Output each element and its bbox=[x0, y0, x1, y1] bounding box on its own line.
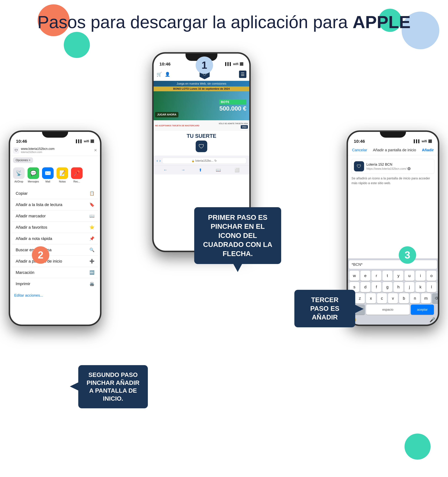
edit-actions-row[interactable]: Editar acciones... bbox=[10, 291, 100, 300]
key-d[interactable]: d bbox=[360, 282, 370, 292]
wifi-icon: wifi bbox=[233, 62, 239, 66]
share-icon[interactable]: ⬆ bbox=[199, 168, 202, 173]
airdrop-icon: 📡 bbox=[13, 167, 25, 179]
key-g[interactable]: g bbox=[382, 282, 392, 292]
phone3-frame: 10:46 ▌▌▌ wifi ⬛ Cancelar Añadir a panta… bbox=[346, 130, 439, 326]
key-i[interactable]: i bbox=[416, 271, 425, 281]
cancel-button[interactable]: Cancelar bbox=[352, 148, 367, 152]
share-app-notes[interactable]: 📝 Notas bbox=[57, 167, 68, 183]
share-app-messages[interactable]: 💬 Mensajes bbox=[28, 167, 39, 183]
key-m[interactable]: m bbox=[421, 293, 431, 304]
key-f[interactable]: f bbox=[371, 282, 381, 292]
back-btn[interactable]: ‹ bbox=[156, 158, 158, 163]
key-q[interactable]: q bbox=[348, 271, 348, 281]
key-k[interactable]: k bbox=[416, 282, 425, 292]
share-app-airdrop[interactable]: 📡 AirDrop bbox=[13, 167, 25, 183]
promo-banner: BONO LOTO Lunes 16 de septiembre de 2024 bbox=[154, 87, 249, 91]
key-accept[interactable]: aceptar bbox=[411, 304, 434, 315]
action-find-on-page[interactable]: Buscar en la página 🔍 bbox=[12, 244, 98, 256]
tu-suerte-label: TU SUERTE bbox=[156, 133, 247, 139]
action-reading-list[interactable]: Añadir a la lista de lectura 🔖 bbox=[12, 199, 98, 210]
phone1-status-icons: ▌▌▌ wifi ⬛ bbox=[225, 62, 244, 66]
phone2-status-icons: ▌▌▌ wifi ⬛ bbox=[76, 139, 94, 143]
website-cards: NO ACEPTAMOS TARJETA DE MASTERCARD SÓLO … bbox=[154, 120, 249, 131]
action-add-to-home[interactable]: Añadir a pantalla de inicio ➕ bbox=[12, 256, 98, 267]
add-home-dialog-title: Añadir a pantalla de inicio bbox=[373, 148, 416, 152]
action-quick-note[interactable]: Añadir a nota rápida 📌 bbox=[12, 233, 98, 244]
key-y[interactable]: y bbox=[394, 271, 403, 281]
phone3-time: 10:46 bbox=[354, 139, 365, 144]
share-apps-row: 📡 AirDrop 💬 Mensajes ✉️ Mail 📝 Notas 📌 bbox=[10, 164, 100, 186]
add-home-icon: ➕ bbox=[90, 259, 95, 263]
action-markup[interactable]: Marcación 🔤 bbox=[12, 267, 98, 278]
reload-icon[interactable]: ↻ bbox=[214, 159, 217, 162]
key-l[interactable]: l bbox=[427, 282, 436, 292]
opciones-button[interactable]: Opciones > bbox=[13, 157, 33, 163]
key-w[interactable]: w bbox=[349, 271, 359, 281]
phone3-status-icons: ▌▌▌ wifi ⬛ bbox=[414, 139, 432, 143]
phone2-notch bbox=[42, 132, 68, 138]
share-url-bar: 🛡 www.loteria152bcn.com loteria152bcn.co… bbox=[10, 145, 100, 156]
key-space[interactable]: espacio bbox=[366, 304, 410, 315]
app-url: https://www.loteria152bcn.com/ bbox=[366, 167, 406, 170]
back-icon[interactable]: ← bbox=[163, 168, 167, 173]
copy-icon: 📋 bbox=[90, 191, 95, 196]
add-button[interactable]: Añadir bbox=[422, 148, 434, 152]
url-domain: www.loteria152bcn.com bbox=[21, 147, 54, 151]
key-n[interactable]: n bbox=[410, 293, 420, 304]
share-app-mail[interactable]: ✉️ Mail bbox=[42, 167, 54, 183]
clear-url-icon[interactable]: ✕ bbox=[407, 167, 411, 170]
key-delete[interactable]: ⌫ bbox=[432, 293, 438, 304]
page-header: Pasos para descargar la aplicación para … bbox=[0, 0, 448, 32]
share-app-rec[interactable]: 📌 Rec... bbox=[71, 167, 83, 183]
add-home-header: Cancelar Añadir a pantalla de inicio Aña… bbox=[348, 145, 438, 155]
app-icon: 🛡 bbox=[354, 161, 364, 171]
key-b[interactable]: b bbox=[399, 293, 409, 304]
quick-note-icon: 📌 bbox=[90, 236, 95, 241]
url-bar[interactable]: 🔒 loteria152bc... ↻ bbox=[162, 158, 246, 164]
key-u[interactable]: u bbox=[405, 271, 414, 281]
website-banner: Juega en nuestra Web, sin comisiones bbox=[154, 81, 249, 87]
bookmark-icon: 📖 bbox=[90, 214, 95, 218]
no-mastercard: NO ACEPTAMOS TARJETA DE MASTERCARD bbox=[155, 125, 217, 127]
key-t[interactable]: t bbox=[382, 271, 392, 281]
key-e[interactable]: e bbox=[360, 271, 370, 281]
keyboard-bottom-row: 🙂 🎤 bbox=[349, 316, 437, 324]
notes-icon: 📝 bbox=[57, 167, 68, 179]
key-c[interactable]: c bbox=[377, 293, 387, 304]
key-r[interactable]: r bbox=[371, 271, 381, 281]
share-url-info: www.loteria152bcn.com loteria152bcn.com bbox=[21, 147, 54, 154]
phone3-notch bbox=[380, 132, 406, 138]
key-h[interactable]: h bbox=[394, 282, 403, 292]
keyboard-area: *BCN* q w e r t y u i o p a bbox=[348, 258, 438, 325]
add-home-description: Se añadirá un icono a la pantalla de ini… bbox=[352, 176, 434, 185]
deco-circle-teal-3 bbox=[405, 434, 431, 460]
key-v[interactable]: v bbox=[388, 293, 398, 304]
action-favorites[interactable]: Añadir a favoritos ⭐ bbox=[12, 222, 98, 233]
key-n-tilde[interactable]: ñ bbox=[438, 282, 438, 292]
action-bookmark[interactable]: Añadir marcador 📖 bbox=[12, 210, 98, 222]
bookmarks-icon[interactable]: 📖 bbox=[216, 168, 221, 173]
tabs-icon[interactable]: ⬜ bbox=[234, 168, 239, 173]
battery-icon-3: ⬛ bbox=[428, 139, 432, 143]
key-x[interactable]: x bbox=[366, 293, 376, 304]
play-button[interactable]: JUGAR AHORA bbox=[155, 112, 179, 117]
visa-info: SÓLO SE ADMITE TARJETA VISA VISA bbox=[219, 122, 248, 129]
keyboard-input[interactable]: *BCN* bbox=[349, 260, 437, 269]
action-copy[interactable]: Copiar 📋 bbox=[12, 188, 98, 199]
forward-icon[interactable]: → bbox=[181, 168, 185, 173]
key-p[interactable]: p bbox=[438, 271, 438, 281]
hero-amount: BOT€ 500.000 € bbox=[219, 100, 249, 112]
url-sub: loteria152bcn.com bbox=[21, 151, 54, 154]
forward-btn[interactable]: › bbox=[159, 158, 161, 163]
close-share-icon[interactable]: ✕ bbox=[94, 148, 97, 153]
visa-badge: VISA bbox=[241, 125, 248, 129]
key-j[interactable]: j bbox=[405, 282, 414, 292]
phone3-screen: 10:46 ▌▌▌ wifi ⬛ Cancelar Añadir a panta… bbox=[348, 132, 438, 325]
action-print[interactable]: Imprimir 🖨️ bbox=[12, 278, 98, 289]
key-z[interactable]: z bbox=[355, 293, 365, 304]
favorites-icon: ⭐ bbox=[90, 225, 95, 230]
key-o[interactable]: o bbox=[427, 271, 436, 281]
mic-button[interactable]: 🎤 bbox=[430, 317, 435, 322]
step-1-badge: 1 bbox=[196, 57, 213, 74]
